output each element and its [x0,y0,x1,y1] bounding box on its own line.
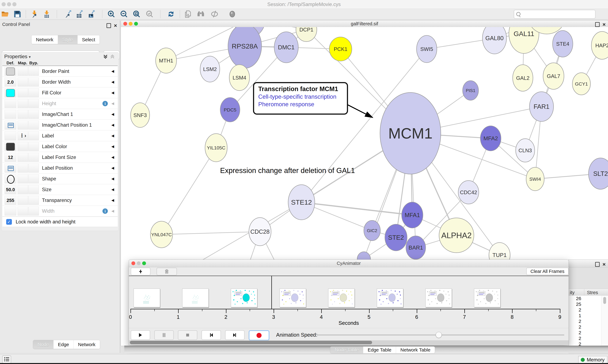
slider-thumb[interactable] [436,332,442,338]
property-row[interactable]: Border Paint◀ [2,66,118,77]
annotation-box[interactable]: Transcription factor MCM1 Cell-type-spec… [253,82,348,115]
expand-property-icon[interactable]: ◀ [111,141,114,152]
add-frame-button[interactable] [131,268,151,275]
expand-property-icon[interactable]: ◀ [111,184,114,195]
default-value[interactable]: 2.0 [5,78,16,86]
expand-property-icon[interactable]: ◀ [111,130,114,141]
bypass-cell[interactable] [28,164,39,172]
color-swatch[interactable] [6,143,15,151]
bypass-cell[interactable] [28,99,39,108]
stop-button[interactable] [178,330,197,340]
export-table-icon[interactable] [76,10,83,18]
mapping-cell[interactable] [18,88,28,97]
task-history-button[interactable] [2,356,11,364]
tab-network-table[interactable]: Network Table [396,347,435,353]
property-row[interactable]: Heighti◀ [2,98,118,109]
import-network-icon[interactable] [30,10,38,18]
mapping-cell[interactable] [18,185,28,194]
refresh-icon[interactable] [167,10,175,18]
bypass-cell[interactable] [28,88,39,97]
annotation-link[interactable]: Pheromone response [258,101,347,108]
scrollbar-thumb[interactable] [130,341,372,344]
bypass-cell[interactable] [28,196,39,205]
bypass-cell[interactable] [28,67,39,76]
table-scrollbar[interactable] [601,296,608,353]
skip-to-end-button[interactable] [225,330,245,340]
default-value[interactable]: 50.0 [5,185,16,194]
property-row[interactable]: Widthi◀ [2,206,118,217]
expand-all-icon[interactable] [103,54,108,60]
table-row[interactable]: 26 [568,296,601,301]
expand-property-icon[interactable]: ◀ [111,98,114,109]
expand-property-icon[interactable]: ◀ [111,87,114,98]
annotation-arrow[interactable] [344,103,373,117]
show-icon[interactable] [228,10,236,18]
mapping-cell[interactable] [18,153,28,162]
default-cell[interactable]: 50.0 [5,185,16,194]
default-cell[interactable] [5,142,16,151]
property-row[interactable]: Image/Chart 1◀ [2,109,118,120]
float-panel-icon[interactable] [595,262,600,267]
default-cell[interactable] [5,67,16,76]
tab-network[interactable]: Network [31,35,58,44]
import-table-icon[interactable] [43,10,51,18]
float-panel-icon[interactable] [107,23,111,28]
cyanimator-hscrollbar[interactable] [129,340,568,345]
default-cell[interactable] [5,207,16,216]
default-cell[interactable] [5,110,16,119]
mapping-cell[interactable] [18,174,28,183]
zoom-selected-icon[interactable] [146,10,153,18]
property-row[interactable]: Label Color◀ [2,141,118,152]
property-row[interactable]: 2.0Border Width◀ [2,77,118,87]
hide-icon[interactable] [211,10,219,18]
timeline-playhead[interactable] [271,276,272,309]
play-button[interactable] [131,330,150,340]
timeline-frame-4[interactable] [328,288,355,307]
default-cell[interactable]: 2.0 [5,78,16,87]
network-edge[interactable] [162,148,216,234]
mapping-cell[interactable] [18,164,28,172]
collapse-all-icon[interactable] [110,54,115,60]
bypass-cell[interactable] [28,110,39,119]
expand-property-icon[interactable]: ◀ [111,120,114,130]
property-row[interactable]: Image/Chart Position 1◀ [2,120,118,130]
scrollbar-thumb[interactable] [603,297,606,304]
timeline-frame-1[interactable] [182,288,209,307]
bypass-cell[interactable] [28,121,39,130]
default-cell[interactable] [5,131,16,140]
default-cell[interactable] [5,174,16,183]
default-cell[interactable] [5,164,16,172]
network-edge[interactable] [162,232,260,234]
timeline-frame-0[interactable] [134,288,160,307]
expand-property-icon[interactable]: ◀ [111,195,114,206]
cyanimator-titlebar[interactable]: CyAnimator [129,260,568,267]
tab-edge-table[interactable]: Edge Table [363,347,396,353]
expand-property-icon[interactable]: ◀ [111,77,114,87]
mapping-cell[interactable] [18,78,28,87]
property-row[interactable]: Fill Color◀ [2,87,118,98]
mapping-cell[interactable] [18,99,28,108]
bypass-cell[interactable] [28,142,39,151]
table-row[interactable]: 2 [568,307,601,313]
position-icon[interactable] [8,166,14,171]
close-panel-icon[interactable]: × [114,23,117,28]
position-icon[interactable] [8,123,14,128]
close-view-icon[interactable]: × [602,21,606,27]
bypass-cell[interactable] [28,131,39,140]
timeline-frame-6[interactable] [426,288,452,307]
mapping-cell[interactable] [18,207,28,216]
export-image-icon[interactable] [88,10,96,18]
zoom-fit-icon[interactable] [133,10,141,18]
mapping-cell[interactable]: ⋮› [18,131,28,140]
expand-property-icon[interactable]: ◀ [111,173,114,184]
default-value[interactable]: 255 [5,196,16,205]
expand-property-icon[interactable]: ◀ [111,109,114,119]
column-centrality[interactable]: ity [570,290,575,295]
save-icon[interactable] [14,10,21,18]
table-row[interactable]: 25 [568,301,601,307]
property-row[interactable]: ⋮›Label◀ [2,130,118,141]
bypass-cell[interactable] [28,185,39,194]
expand-property-icon[interactable]: ◀ [111,152,114,163]
network-window-titlebar[interactable]: galFiltered.sif × [121,20,608,27]
zoom-in-icon[interactable] [107,10,115,18]
